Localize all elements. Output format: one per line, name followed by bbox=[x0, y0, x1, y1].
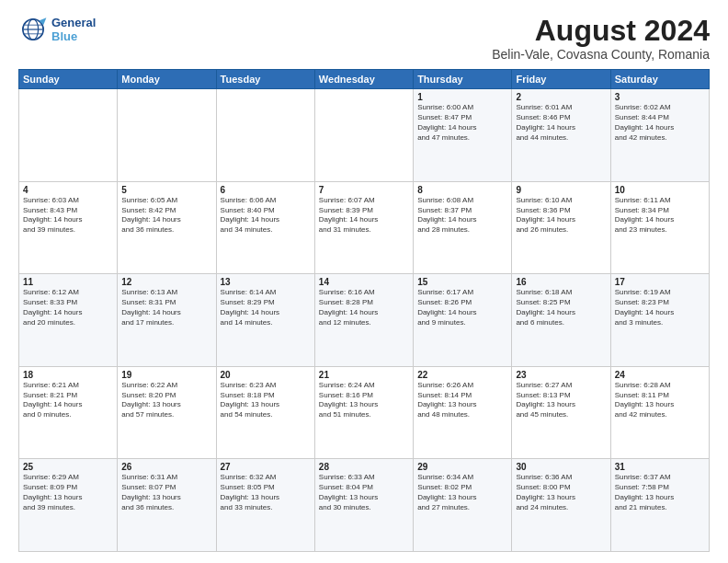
day-info: Sunrise: 6:18 AM Sunset: 8:25 PM Dayligh… bbox=[516, 288, 606, 327]
day-info: Sunrise: 6:36 AM Sunset: 8:00 PM Dayligh… bbox=[516, 473, 606, 512]
page-title: August 2024 bbox=[492, 15, 710, 47]
day-number: 21 bbox=[319, 370, 409, 380]
calendar-cell bbox=[19, 89, 118, 182]
day-number: 24 bbox=[615, 370, 705, 380]
day-number: 17 bbox=[615, 277, 705, 287]
day-info: Sunrise: 6:11 AM Sunset: 8:34 PM Dayligh… bbox=[615, 196, 705, 236]
day-info: Sunrise: 6:03 AM Sunset: 8:43 PM Dayligh… bbox=[23, 196, 113, 236]
calendar-cell: 5Sunrise: 6:05 AM Sunset: 8:42 PM Daylig… bbox=[118, 181, 216, 274]
calendar-cell: 29Sunrise: 6:34 AM Sunset: 8:02 PM Dayli… bbox=[414, 459, 512, 552]
day-info: Sunrise: 6:10 AM Sunset: 8:36 PM Dayligh… bbox=[516, 196, 606, 236]
calendar-cell: 7Sunrise: 6:07 AM Sunset: 8:39 PM Daylig… bbox=[314, 181, 413, 274]
day-number: 11 bbox=[23, 277, 113, 287]
day-number: 13 bbox=[221, 277, 311, 287]
calendar-cell: 25Sunrise: 6:29 AM Sunset: 8:09 PM Dayli… bbox=[19, 459, 118, 552]
calendar-cell: 22Sunrise: 6:26 AM Sunset: 8:14 PM Dayli… bbox=[414, 366, 512, 459]
logo-text: General Blue bbox=[51, 16, 96, 43]
day-info: Sunrise: 6:24 AM Sunset: 8:16 PM Dayligh… bbox=[319, 381, 409, 420]
day-info: Sunrise: 6:14 AM Sunset: 8:29 PM Dayligh… bbox=[221, 288, 311, 327]
day-info: Sunrise: 6:01 AM Sunset: 8:46 PM Dayligh… bbox=[516, 103, 606, 143]
calendar-cell: 8Sunrise: 6:08 AM Sunset: 8:37 PM Daylig… bbox=[414, 181, 512, 274]
calendar-cell: 12Sunrise: 6:13 AM Sunset: 8:31 PM Dayli… bbox=[118, 274, 216, 367]
day-info: Sunrise: 6:06 AM Sunset: 8:40 PM Dayligh… bbox=[221, 196, 311, 236]
day-info: Sunrise: 6:12 AM Sunset: 8:33 PM Dayligh… bbox=[23, 288, 113, 327]
calendar-cell: 15Sunrise: 6:17 AM Sunset: 8:26 PM Dayli… bbox=[414, 274, 512, 367]
day-number: 2 bbox=[516, 92, 606, 102]
calendar-body: 1Sunrise: 6:00 AM Sunset: 8:47 PM Daylig… bbox=[19, 89, 710, 552]
day-info: Sunrise: 6:02 AM Sunset: 8:44 PM Dayligh… bbox=[615, 103, 705, 143]
calendar-cell: 31Sunrise: 6:37 AM Sunset: 7:58 PM Dayli… bbox=[610, 459, 709, 552]
day-info: Sunrise: 6:33 AM Sunset: 8:04 PM Dayligh… bbox=[319, 473, 409, 512]
header-cell-wednesday: Wednesday bbox=[314, 70, 413, 89]
day-number: 23 bbox=[516, 370, 606, 380]
week-row-3: 18Sunrise: 6:21 AM Sunset: 8:21 PM Dayli… bbox=[19, 366, 710, 459]
day-number: 10 bbox=[615, 185, 705, 195]
day-info: Sunrise: 6:37 AM Sunset: 7:58 PM Dayligh… bbox=[615, 473, 705, 512]
day-number: 30 bbox=[516, 462, 606, 472]
header-cell-friday: Friday bbox=[512, 70, 610, 89]
logo-icon bbox=[18, 15, 48, 44]
day-info: Sunrise: 6:32 AM Sunset: 8:05 PM Dayligh… bbox=[221, 473, 311, 512]
week-row-2: 11Sunrise: 6:12 AM Sunset: 8:33 PM Dayli… bbox=[19, 274, 710, 367]
day-number: 29 bbox=[417, 462, 507, 472]
day-number: 6 bbox=[221, 185, 311, 195]
calendar-table: SundayMondayTuesdayWednesdayThursdayFrid… bbox=[18, 69, 710, 552]
calendar-cell: 16Sunrise: 6:18 AM Sunset: 8:25 PM Dayli… bbox=[512, 274, 610, 367]
day-number: 19 bbox=[121, 370, 211, 380]
calendar-cell: 21Sunrise: 6:24 AM Sunset: 8:16 PM Dayli… bbox=[314, 366, 413, 459]
day-number: 3 bbox=[615, 92, 705, 102]
day-number: 28 bbox=[319, 462, 409, 472]
day-number: 18 bbox=[23, 370, 113, 380]
day-number: 12 bbox=[121, 277, 211, 287]
day-number: 20 bbox=[221, 370, 311, 380]
calendar-cell: 24Sunrise: 6:28 AM Sunset: 8:11 PM Dayli… bbox=[610, 366, 709, 459]
day-number: 25 bbox=[23, 462, 113, 472]
day-number: 1 bbox=[417, 92, 507, 102]
header: General Blue August 2024 Belin-Vale, Cov… bbox=[18, 15, 710, 62]
day-number: 22 bbox=[417, 370, 507, 380]
calendar-cell: 26Sunrise: 6:31 AM Sunset: 8:07 PM Dayli… bbox=[118, 459, 216, 552]
day-info: Sunrise: 6:08 AM Sunset: 8:37 PM Dayligh… bbox=[417, 196, 507, 236]
day-info: Sunrise: 6:16 AM Sunset: 8:28 PM Dayligh… bbox=[319, 288, 409, 327]
day-info: Sunrise: 6:13 AM Sunset: 8:31 PM Dayligh… bbox=[121, 288, 211, 327]
day-info: Sunrise: 6:00 AM Sunset: 8:47 PM Dayligh… bbox=[417, 103, 507, 143]
day-info: Sunrise: 6:28 AM Sunset: 8:11 PM Dayligh… bbox=[615, 381, 705, 420]
day-number: 31 bbox=[615, 462, 705, 472]
day-info: Sunrise: 6:22 AM Sunset: 8:20 PM Dayligh… bbox=[121, 381, 211, 420]
calendar-cell: 17Sunrise: 6:19 AM Sunset: 8:23 PM Dayli… bbox=[610, 274, 709, 367]
calendar-cell: 4Sunrise: 6:03 AM Sunset: 8:43 PM Daylig… bbox=[19, 181, 118, 274]
day-number: 14 bbox=[319, 277, 409, 287]
calendar-cell: 19Sunrise: 6:22 AM Sunset: 8:20 PM Dayli… bbox=[118, 366, 216, 459]
calendar-cell: 30Sunrise: 6:36 AM Sunset: 8:00 PM Dayli… bbox=[512, 459, 610, 552]
day-number: 16 bbox=[516, 277, 606, 287]
header-cell-monday: Monday bbox=[118, 70, 216, 89]
header-cell-saturday: Saturday bbox=[610, 70, 709, 89]
day-number: 27 bbox=[221, 462, 311, 472]
calendar-cell: 10Sunrise: 6:11 AM Sunset: 8:34 PM Dayli… bbox=[610, 181, 709, 274]
day-info: Sunrise: 6:19 AM Sunset: 8:23 PM Dayligh… bbox=[615, 288, 705, 327]
calendar-cell bbox=[118, 89, 216, 182]
calendar-cell: 28Sunrise: 6:33 AM Sunset: 8:04 PM Dayli… bbox=[314, 459, 413, 552]
day-info: Sunrise: 6:17 AM Sunset: 8:26 PM Dayligh… bbox=[417, 288, 507, 327]
day-info: Sunrise: 6:23 AM Sunset: 8:18 PM Dayligh… bbox=[221, 381, 311, 420]
calendar-cell: 27Sunrise: 6:32 AM Sunset: 8:05 PM Dayli… bbox=[216, 459, 314, 552]
week-row-4: 25Sunrise: 6:29 AM Sunset: 8:09 PM Dayli… bbox=[19, 459, 710, 552]
day-info: Sunrise: 6:07 AM Sunset: 8:39 PM Dayligh… bbox=[319, 196, 409, 236]
day-number: 15 bbox=[417, 277, 507, 287]
day-info: Sunrise: 6:31 AM Sunset: 8:07 PM Dayligh… bbox=[121, 473, 211, 512]
calendar-cell bbox=[314, 89, 413, 182]
calendar-cell: 6Sunrise: 6:06 AM Sunset: 8:40 PM Daylig… bbox=[216, 181, 314, 274]
header-row: SundayMondayTuesdayWednesdayThursdayFrid… bbox=[19, 70, 710, 89]
header-cell-tuesday: Tuesday bbox=[216, 70, 314, 89]
day-info: Sunrise: 6:05 AM Sunset: 8:42 PM Dayligh… bbox=[121, 196, 211, 236]
day-info: Sunrise: 6:27 AM Sunset: 8:13 PM Dayligh… bbox=[516, 381, 606, 420]
calendar-cell: 14Sunrise: 6:16 AM Sunset: 8:28 PM Dayli… bbox=[314, 274, 413, 367]
day-info: Sunrise: 6:29 AM Sunset: 8:09 PM Dayligh… bbox=[23, 473, 113, 512]
calendar-cell: 18Sunrise: 6:21 AM Sunset: 8:21 PM Dayli… bbox=[19, 366, 118, 459]
calendar-cell: 11Sunrise: 6:12 AM Sunset: 8:33 PM Dayli… bbox=[19, 274, 118, 367]
calendar-cell: 13Sunrise: 6:14 AM Sunset: 8:29 PM Dayli… bbox=[216, 274, 314, 367]
header-cell-sunday: Sunday bbox=[19, 70, 118, 89]
header-cell-thursday: Thursday bbox=[414, 70, 512, 89]
day-number: 8 bbox=[417, 185, 507, 195]
day-number: 26 bbox=[121, 462, 211, 472]
